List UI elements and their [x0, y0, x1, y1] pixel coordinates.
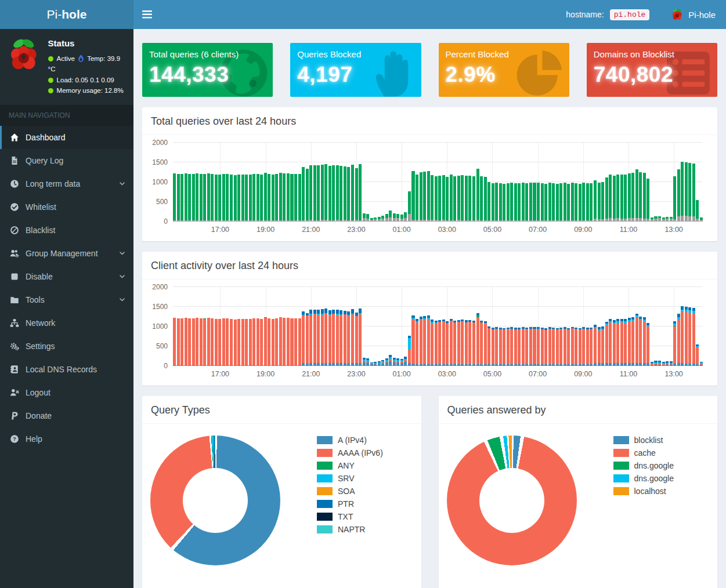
bar[interactable]	[298, 143, 301, 222]
bar[interactable]	[442, 287, 445, 366]
bar[interactable]	[594, 143, 597, 222]
bar[interactable]	[670, 143, 673, 222]
bar[interactable]	[435, 143, 438, 222]
bar[interactable]	[575, 143, 577, 222]
bar[interactable]	[400, 287, 403, 366]
bar[interactable]	[347, 287, 350, 366]
bar[interactable]	[628, 287, 631, 366]
bar[interactable]	[571, 143, 574, 222]
bar[interactable]	[556, 287, 559, 366]
bar[interactable]	[188, 143, 191, 222]
bar[interactable]	[249, 143, 252, 222]
bar[interactable]	[564, 287, 566, 366]
bar[interactable]	[438, 143, 441, 222]
bar[interactable]	[328, 143, 331, 222]
bar[interactable]	[332, 287, 335, 366]
bar[interactable]	[423, 143, 426, 222]
legend-item[interactable]: SOA	[317, 487, 383, 496]
bar[interactable]	[492, 287, 494, 366]
sidebar-item-query-log[interactable]: Query Log	[0, 149, 133, 172]
bar[interactable]	[696, 287, 699, 366]
bar[interactable]	[252, 143, 255, 222]
bar[interactable]	[495, 143, 498, 222]
bar[interactable]	[200, 287, 203, 366]
bar[interactable]	[408, 287, 411, 366]
legend-item[interactable]: SRV	[317, 474, 383, 483]
bar[interactable]	[241, 287, 244, 366]
bar[interactable]	[579, 287, 581, 366]
bar[interactable]	[700, 143, 703, 222]
bar[interactable]	[188, 287, 191, 366]
bar[interactable]	[579, 143, 581, 222]
bar[interactable]	[677, 143, 680, 222]
bar[interactable]	[666, 287, 669, 366]
bar[interactable]	[487, 287, 490, 366]
bar[interactable]	[654, 143, 657, 222]
bar[interactable]	[234, 287, 237, 366]
bar[interactable]	[192, 287, 195, 366]
bar[interactable]	[544, 143, 547, 222]
bar[interactable]	[279, 143, 282, 222]
bar[interactable]	[666, 143, 669, 222]
sidebar-item-whitelist[interactable]: Whitelist	[0, 195, 133, 219]
bars-container[interactable]	[173, 143, 702, 222]
bar[interactable]	[275, 143, 278, 222]
bar[interactable]	[499, 143, 502, 222]
bar[interactable]	[264, 287, 267, 366]
bar[interactable]	[230, 287, 233, 366]
bar[interactable]	[306, 143, 309, 222]
bar[interactable]	[230, 143, 233, 222]
bar[interactable]	[427, 143, 430, 222]
bar[interactable]	[283, 287, 286, 366]
sidebar-toggle-button[interactable]	[133, 0, 160, 29]
bar[interactable]	[685, 287, 688, 366]
bar[interactable]	[385, 287, 388, 366]
bar[interactable]	[309, 143, 312, 222]
bar[interactable]	[582, 287, 585, 366]
bar[interactable]	[484, 287, 487, 366]
bar[interactable]	[272, 287, 274, 366]
bar[interactable]	[480, 143, 483, 222]
bar[interactable]	[321, 287, 324, 366]
bar[interactable]	[631, 143, 634, 222]
bar[interactable]	[381, 143, 384, 222]
bar[interactable]	[234, 143, 237, 222]
bar[interactable]	[378, 287, 381, 366]
bar[interactable]	[681, 287, 684, 366]
answered-by-donut[interactable]	[447, 435, 577, 565]
bar[interactable]	[411, 287, 414, 366]
legend-item[interactable]: cache	[613, 448, 674, 458]
bar[interactable]	[396, 287, 399, 366]
bar[interactable]	[185, 143, 187, 222]
bar[interactable]	[461, 287, 464, 366]
bar[interactable]	[404, 287, 407, 366]
sidebar-item-group-management[interactable]: Group Management	[0, 242, 133, 265]
bar[interactable]	[290, 143, 293, 222]
bar[interactable]	[400, 143, 403, 222]
bar[interactable]	[317, 143, 320, 222]
bar[interactable]	[215, 143, 218, 222]
bar[interactable]	[635, 287, 638, 366]
bar[interactable]	[237, 143, 240, 222]
query-types-donut[interactable]	[150, 435, 280, 565]
bar[interactable]	[226, 287, 229, 366]
bar[interactable]	[510, 143, 513, 222]
legend-item[interactable]: blocklist	[613, 435, 674, 445]
bar[interactable]	[503, 143, 505, 222]
bar[interactable]	[646, 287, 649, 366]
bar[interactable]	[525, 287, 528, 366]
bar[interactable]	[598, 287, 601, 366]
bar[interactable]	[344, 287, 346, 366]
bar[interactable]	[435, 287, 438, 366]
bar[interactable]	[620, 287, 623, 366]
bar[interactable]	[518, 287, 521, 366]
bar[interactable]	[275, 287, 278, 366]
bar[interactable]	[601, 287, 604, 366]
legend-item[interactable]: ANY	[317, 461, 383, 470]
pihole-home-link[interactable]: Pi-hole	[670, 8, 716, 21]
bar[interactable]	[537, 143, 540, 222]
legend-item[interactable]: dns.google	[613, 461, 674, 470]
bar[interactable]	[575, 287, 577, 366]
bar[interactable]	[673, 143, 676, 222]
bar[interactable]	[567, 287, 570, 366]
